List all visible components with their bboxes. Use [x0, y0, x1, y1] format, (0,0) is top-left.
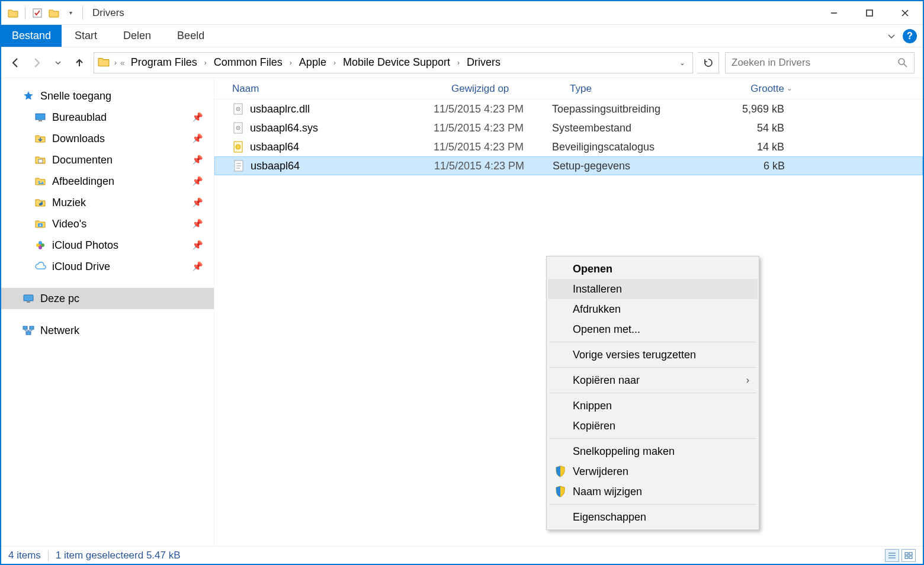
- sidebar-quick-access[interactable]: Snelle toegang: [1, 85, 214, 107]
- nav-history-button[interactable]: [49, 53, 68, 72]
- search-input[interactable]: [732, 57, 897, 69]
- menu-item[interactable]: Openen met...: [548, 319, 758, 339]
- column-dropdown-icon[interactable]: ⌄: [787, 84, 793, 92]
- menu-item[interactable]: Installeren: [548, 279, 758, 299]
- breadcrumb-segment[interactable]: Common Files: [210, 56, 286, 69]
- tab-view[interactable]: Beeld: [164, 25, 217, 47]
- chevron-right-icon[interactable]: ›: [332, 59, 337, 67]
- file-type: Beveiligingscatalogus: [552, 141, 724, 153]
- file-row[interactable]: usbaapl64.sys11/5/2015 4:23 PMSysteembes…: [214, 118, 923, 137]
- breadcrumb-segment[interactable]: Mobile Device Support: [339, 56, 454, 69]
- file-type: Toepassingsuitbreiding: [552, 103, 724, 115]
- search-field[interactable]: [725, 52, 915, 73]
- menu-item[interactable]: Afdrukken: [548, 299, 758, 319]
- nav-back-button[interactable]: [6, 53, 25, 72]
- file-size: 54 kB: [724, 122, 795, 134]
- menu-item[interactable]: Openen: [548, 259, 758, 279]
- folder-icon: [7, 7, 19, 19]
- menu-item[interactable]: Knippen: [548, 396, 758, 416]
- pin-icon: 📌: [192, 133, 203, 144]
- breadcrumb[interactable]: › « Program Files › Common Files › Apple…: [94, 52, 693, 73]
- breadcrumb-segment[interactable]: Program Files: [127, 56, 201, 69]
- chevron-right-icon[interactable]: ›: [203, 59, 208, 67]
- menu-item[interactable]: Eigenschappen: [548, 507, 758, 527]
- close-button[interactable]: [887, 1, 923, 25]
- sidebar-item[interactable]: Bureaublad📌: [1, 107, 214, 128]
- svg-line-6: [904, 64, 907, 67]
- column-header-name[interactable]: Naam: [214, 83, 434, 95]
- sidebar-item-label: Documenten: [52, 154, 113, 166]
- svg-rect-2: [867, 10, 872, 16]
- svg-point-5: [899, 59, 904, 65]
- file-row[interactable]: usbaapl6411/5/2015 4:23 PMSetup-gegevens…: [214, 156, 923, 175]
- folder-small-icon[interactable]: [48, 7, 60, 19]
- sidebar-item-label: iCloud Drive: [52, 261, 110, 273]
- folder-icon: [34, 154, 46, 166]
- menu-item[interactable]: Kopiëren naar›: [548, 370, 758, 390]
- minimize-button[interactable]: [816, 1, 852, 25]
- navigation-pane[interactable]: Snelle toegang Bureaublad📌Downloads📌Docu…: [1, 78, 214, 546]
- pin-icon: 📌: [192, 112, 203, 123]
- sidebar-item[interactable]: Documenten📌: [1, 149, 214, 171]
- svg-rect-17: [24, 295, 33, 301]
- menu-item-label: Verwijderen: [573, 466, 628, 478]
- breadcrumb-dropdown-button[interactable]: ⌄: [676, 59, 689, 67]
- sidebar-item[interactable]: iCloud Photos📌: [1, 235, 214, 256]
- help-button[interactable]: ?: [903, 29, 917, 43]
- column-header-date[interactable]: Gewijzigd op: [434, 83, 552, 95]
- menu-item[interactable]: Verwijderen: [548, 461, 758, 481]
- nav-forward-button[interactable]: [27, 53, 46, 72]
- menu-item[interactable]: Vorige versies terugzetten: [548, 345, 758, 365]
- refresh-button[interactable]: [698, 52, 719, 73]
- menu-item[interactable]: Naam wijzigen: [548, 481, 758, 502]
- maximize-button[interactable]: [852, 1, 887, 25]
- breadcrumb-segment[interactable]: Apple: [296, 56, 330, 69]
- menu-item[interactable]: Kopiëren: [548, 416, 758, 436]
- breadcrumb-segment[interactable]: Drivers: [463, 56, 504, 69]
- sidebar-item[interactable]: Muziek📌: [1, 192, 214, 213]
- svg-rect-31: [236, 163, 241, 164]
- chevron-right-icon[interactable]: ›: [288, 59, 293, 67]
- svg-rect-19: [23, 326, 27, 329]
- sidebar-item[interactable]: Downloads📌: [1, 128, 214, 149]
- svg-rect-9: [38, 159, 43, 163]
- column-header-size[interactable]: Grootte ⌄: [724, 83, 795, 95]
- ribbon-expand-button[interactable]: [883, 25, 900, 47]
- pin-icon: 📌: [192, 176, 203, 187]
- menu-item[interactable]: Snelkoppeling maken: [548, 441, 758, 461]
- view-details-button[interactable]: [885, 549, 899, 562]
- folder-icon: [34, 197, 46, 208]
- view-icons-button[interactable]: [901, 549, 916, 562]
- status-bar: 4 items 1 item geselecteerd 5.47 kB: [1, 546, 923, 564]
- file-row[interactable]: usbaaplrc.dll11/5/2015 4:23 PMToepassing…: [214, 99, 923, 118]
- tab-home[interactable]: Start: [62, 25, 110, 47]
- properties-icon[interactable]: [31, 7, 43, 19]
- menu-separator: [549, 342, 756, 342]
- folder-icon: [98, 56, 111, 69]
- file-tab[interactable]: Bestand: [1, 25, 62, 47]
- sidebar-item[interactable]: iCloud Drive📌: [1, 256, 214, 277]
- chevron-right-icon: ›: [746, 375, 749, 386]
- ellipsis-icon[interactable]: «: [120, 58, 125, 68]
- file-row[interactable]: usbaapl6411/5/2015 4:23 PMBeveiligingsca…: [214, 137, 923, 156]
- sidebar-item[interactable]: Video's📌: [1, 213, 214, 235]
- sidebar-network[interactable]: Netwerk: [1, 320, 214, 341]
- file-icon: [232, 103, 244, 115]
- tab-share[interactable]: Delen: [110, 25, 164, 47]
- chevron-right-icon[interactable]: ›: [113, 59, 118, 67]
- menu-item-label: Afdrukken: [573, 303, 621, 316]
- search-icon[interactable]: [897, 57, 908, 68]
- sidebar-item[interactable]: Afbeeldingen📌: [1, 171, 214, 192]
- file-date: 11/5/2015 4:23 PM: [434, 103, 552, 115]
- column-header-type[interactable]: Type: [552, 83, 724, 95]
- nav-up-button[interactable]: [70, 53, 89, 72]
- chevron-right-icon[interactable]: ›: [456, 59, 461, 67]
- file-list-pane[interactable]: Naam Gewijzigd op Type Grootte ⌄ usbaapl…: [214, 78, 923, 546]
- menu-item-label: Kopiëren: [573, 420, 615, 432]
- body: Snelle toegang Bureaublad📌Downloads📌Docu…: [1, 78, 923, 546]
- sidebar-this-pc[interactable]: Deze pc: [1, 288, 214, 309]
- folder-icon: [34, 175, 46, 187]
- svg-rect-8: [38, 120, 42, 121]
- folder-icon: [34, 133, 46, 145]
- dropdown-icon[interactable]: ▾: [65, 7, 76, 19]
